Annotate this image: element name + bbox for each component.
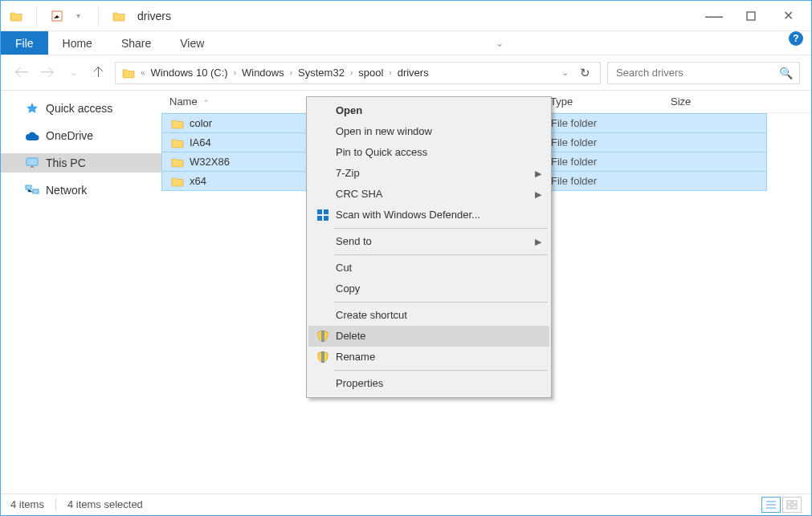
- menu-open-new-window[interactable]: Open in new window: [308, 121, 549, 142]
- file-tab[interactable]: File: [1, 31, 48, 55]
- back-button[interactable]: 🡠: [12, 64, 31, 81]
- expand-ribbon-chevron-icon[interactable]: ⌄: [496, 31, 504, 55]
- large-icons-view-button[interactable]: [782, 497, 802, 513]
- status-bar: 4 items 4 items selected: [1, 494, 811, 514]
- file-type: File folder: [543, 133, 663, 152]
- status-selected-count: 4 items selected: [67, 498, 143, 510]
- crumb-c[interactable]: Windows 10 (C:): [148, 67, 231, 79]
- menu-create-shortcut[interactable]: Create shortcut: [308, 305, 549, 326]
- refresh-button[interactable]: ↻: [573, 66, 597, 80]
- details-view-button[interactable]: [761, 497, 781, 513]
- window-buttons: — ✕: [696, 4, 806, 28]
- nav-onedrive[interactable]: OneDrive: [1, 126, 161, 145]
- svg-rect-11: [324, 209, 328, 214]
- svg-rect-13: [324, 216, 328, 221]
- body: Quick access OneDrive This PC Network: [1, 91, 811, 494]
- history-chevron-icon[interactable]: ⌄: [63, 67, 83, 78]
- uac-shield-icon: [313, 350, 333, 364]
- menu-separator: [334, 254, 548, 255]
- nav-label: This PC: [46, 156, 86, 169]
- file-size: [663, 172, 766, 190]
- file-type: File folder: [543, 114, 663, 132]
- col-name-label: Name: [169, 95, 198, 108]
- qat-chevron-icon[interactable]: ▾: [71, 9, 85, 23]
- search-input[interactable]: [614, 66, 779, 79]
- properties-icon[interactable]: [50, 9, 64, 23]
- search-icon[interactable]: 🔍: [779, 67, 793, 79]
- crumb-spool[interactable]: spool: [355, 67, 386, 79]
- nav-quick-access[interactable]: Quick access: [1, 99, 161, 118]
- window-title: drivers: [137, 10, 171, 22]
- menu-crc-sha[interactable]: CRC SHA ▶: [308, 184, 549, 205]
- address-dropdown-icon[interactable]: ⌄: [557, 67, 573, 78]
- nav-network[interactable]: Network: [1, 181, 161, 200]
- uac-shield-icon: [313, 329, 333, 343]
- file-size: [663, 114, 766, 132]
- crumb-overflow-chevron[interactable]: «: [138, 68, 148, 77]
- crumb-sep-4[interactable]: ›: [386, 68, 394, 77]
- menu-separator: [334, 302, 548, 303]
- content-pane: Name ⌃ Date modified Type Size color 9/2…: [161, 91, 811, 494]
- svg-rect-14: [787, 501, 791, 504]
- file-name: W32X86: [190, 156, 230, 168]
- quick-access-toolbar: ▾ drivers: [9, 7, 171, 25]
- view-tab[interactable]: View: [165, 31, 218, 55]
- menu-cut[interactable]: Cut: [308, 258, 549, 278]
- menu-open[interactable]: Open: [308, 100, 549, 121]
- col-type[interactable]: Type: [542, 91, 663, 112]
- up-button[interactable]: 🡡: [91, 66, 107, 80]
- context-menu: Open Open in new window Pin to Quick acc…: [306, 96, 552, 398]
- svg-rect-15: [793, 501, 797, 504]
- address-bar[interactable]: « Windows 10 (C:) › Windows › System32 ›…: [115, 62, 601, 84]
- menu-separator: [334, 370, 548, 371]
- search-box[interactable]: 🔍: [607, 62, 800, 84]
- folder-icon: [170, 118, 185, 129]
- file-type: File folder: [543, 152, 663, 171]
- address-bar-strip: 🡠 🡢 ⌄ 🡡 « Windows 10 (C:) › Windows › Sy…: [1, 55, 811, 91]
- location-folder-icon: [112, 9, 126, 23]
- menu-send-to[interactable]: Send to ▶: [308, 231, 549, 252]
- file-name: x64: [190, 175, 206, 187]
- crumb-drivers[interactable]: drivers: [394, 67, 432, 79]
- crumb-sep-2[interactable]: ›: [288, 68, 295, 77]
- nav-this-pc[interactable]: This PC: [1, 153, 161, 173]
- svg-rect-3: [31, 166, 34, 168]
- svg-rect-12: [317, 216, 322, 221]
- menu-properties[interactable]: Properties: [308, 373, 549, 394]
- close-button[interactable]: ✕: [769, 4, 806, 28]
- menu-pin-quick-access[interactable]: Pin to Quick access: [308, 142, 549, 163]
- nav-label: Network: [46, 184, 87, 197]
- svg-rect-2: [27, 158, 38, 165]
- view-mode-buttons: [761, 497, 802, 513]
- folder-icon: [170, 156, 185, 168]
- svg-rect-16: [787, 506, 791, 509]
- crumb-sep-1[interactable]: ›: [231, 68, 239, 77]
- submenu-arrow-icon: ▶: [535, 166, 543, 181]
- crumb-sep-3[interactable]: ›: [348, 68, 355, 77]
- menu-rename[interactable]: Rename: [308, 347, 549, 368]
- home-tab[interactable]: Home: [48, 31, 107, 55]
- menu-7zip[interactable]: 7-Zip ▶: [308, 163, 549, 184]
- menu-delete[interactable]: Delete: [308, 326, 549, 347]
- col-size[interactable]: Size: [663, 91, 767, 112]
- svg-rect-4: [26, 185, 31, 189]
- folder-icon: [170, 137, 185, 148]
- file-type: File folder: [543, 172, 663, 190]
- menu-separator: [334, 228, 548, 229]
- maximize-button[interactable]: [732, 4, 769, 28]
- menu-scan-defender[interactable]: Scan with Windows Defender...: [308, 205, 549, 225]
- folder-mini-icon: [9, 9, 23, 23]
- crumb-overflow-icon[interactable]: [119, 67, 138, 79]
- crumb-windows[interactable]: Windows: [239, 67, 288, 79]
- minimize-button[interactable]: —: [696, 4, 732, 28]
- menu-copy[interactable]: Copy: [308, 278, 549, 299]
- navigation-pane: Quick access OneDrive This PC Network: [1, 91, 161, 494]
- file-size: [663, 152, 766, 171]
- help-icon[interactable]: ?: [789, 31, 803, 46]
- forward-button: 🡢: [38, 64, 57, 81]
- share-tab[interactable]: Share: [107, 31, 165, 55]
- submenu-arrow-icon: ▶: [535, 234, 543, 249]
- crumb-system32[interactable]: System32: [295, 67, 348, 79]
- svg-rect-5: [33, 189, 39, 193]
- monitor-icon: [25, 156, 39, 170]
